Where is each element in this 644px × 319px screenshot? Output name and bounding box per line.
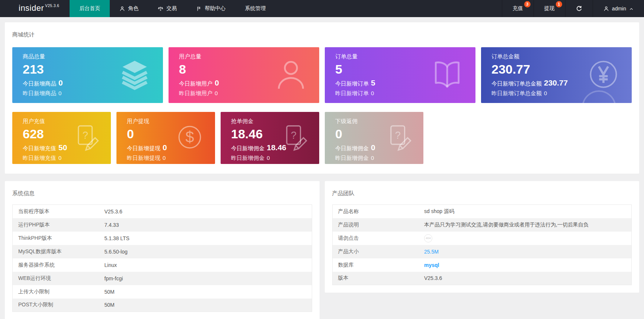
product-team-title: 产品团队 xyxy=(332,190,632,197)
svg-text:?: ? xyxy=(395,129,401,141)
table-row: 请勿点击 404 xyxy=(332,232,632,245)
user-name: admin xyxy=(612,6,626,12)
table-row: 当前程序版本V25.3.6 xyxy=(13,205,312,218)
table-row: 上传大小限制50M xyxy=(13,285,312,299)
app-logo[interactable]: insider V25.3.6 xyxy=(0,0,70,17)
svg-text:?: ? xyxy=(83,129,88,141)
svg-text:$: $ xyxy=(185,128,194,146)
doc-question-icon: ? xyxy=(71,122,100,154)
nav-item-home[interactable]: 后台首页 xyxy=(70,0,110,17)
stat-card-users: 用户总量 8 今日新增用户0 昨日新增用户0 xyxy=(169,47,319,103)
table-row: 产品名称 sd shop 源码 xyxy=(332,205,632,218)
do-not-click-badge[interactable]: 404 xyxy=(424,234,432,242)
nav-item-help[interactable]: 帮助中心 xyxy=(186,0,235,17)
system-info-title: 系统信息 xyxy=(12,190,312,197)
stats-title: 商城统计 xyxy=(12,31,632,38)
table-row: 版本 V25.3.6 xyxy=(332,272,632,285)
refresh-button[interactable] xyxy=(565,0,593,17)
person-icon xyxy=(119,6,125,12)
top-navbar: insider V25.3.6 后台首页 角色 交易 xyxy=(0,0,644,17)
user-icon xyxy=(603,6,609,12)
nav-item-system[interactable]: 系统管理 xyxy=(235,0,275,17)
database-link[interactable]: mysql xyxy=(424,262,439,268)
product-size-link[interactable]: 25.5M xyxy=(424,249,439,255)
withdraw-badge: 1 xyxy=(556,1,562,7)
flag-icon xyxy=(196,6,202,12)
table-row: 服务器操作系统Linux xyxy=(13,258,312,272)
stat-card-user-withdraw: 用户提现 0 今日新增提现0 昨日新增提现0 $ xyxy=(116,112,215,164)
dollar-circle-icon: $ xyxy=(175,122,205,154)
main-menu: 后台首页 角色 交易 帮 xyxy=(70,0,275,17)
yen-circle-icon xyxy=(586,57,621,94)
refresh-icon xyxy=(576,6,582,12)
doc-question-icon: ? xyxy=(383,122,413,154)
stat-card-sub-rebate: 下级返佣 0 今日新增佣金0 昨日新增佣金0 ? xyxy=(325,112,423,164)
table-row: MySQL数据库版本5.6.50-log xyxy=(13,245,312,258)
layers-icon xyxy=(117,57,153,94)
withdraw-button[interactable]: 提现 1 xyxy=(534,0,565,17)
book-icon xyxy=(429,57,465,94)
scales-icon xyxy=(158,6,163,12)
stat-card-grab-commission: 抢单佣金 18.46 今日新增佣金18.46 昨日新增佣金0 ? xyxy=(221,112,319,164)
navbar-right: 充值 3 提现 1 admin xyxy=(502,0,644,17)
stat-card-orders: 订单总量 5 今日新增订单5 昨日新增订单0 xyxy=(325,47,475,103)
system-info-table: 当前程序版本V25.3.6 运行PHP版本7.4.33 ThinkPHP版本5.… xyxy=(12,204,312,312)
svg-text:?: ? xyxy=(291,129,297,141)
nav-item-trade[interactable]: 交易 xyxy=(148,0,186,17)
system-info-panel: 系统信息 当前程序版本V25.3.6 运行PHP版本7.4.33 ThinkPH… xyxy=(5,181,320,319)
stat-card-user-recharge: 用户充值 628 今日新增充值50 昨日新增充值0 ? xyxy=(12,112,111,164)
table-row: 运行PHP版本7.4.33 xyxy=(13,218,312,232)
product-team-panel: 产品团队 产品名称 sd shop 源码 产品说明 本产品只为学习测试交流,请勿… xyxy=(325,181,640,293)
app-version: V25.3.6 xyxy=(45,4,59,8)
mall-statistics-panel: 商城统计 商品总量 213 今日新增商品0 昨日新增商品0 用户总量 8 今日新… xyxy=(5,22,639,174)
user-icon xyxy=(273,57,309,94)
chevron-up-icon xyxy=(629,6,634,11)
bottom-section: 系统信息 当前程序版本V25.3.6 运行PHP版本7.4.33 ThinkPH… xyxy=(5,181,639,319)
table-row: POST大小限制50M xyxy=(13,299,312,312)
table-row: 数据库 mysql xyxy=(332,258,632,272)
table-row: ThinkPHP版本5.1.38 LTS xyxy=(13,232,312,245)
stat-card-order-amount: 订单总金额 230.77 今日新增订单总金额230.77 昨日新增订单总金额0 xyxy=(481,47,632,103)
table-row: WEB运行环境fpm-fcgi xyxy=(13,272,312,285)
nav-item-role[interactable]: 角色 xyxy=(110,0,148,17)
product-team-table: 产品名称 sd shop 源码 产品说明 本产品只为学习测试交流,请勿要做商业或… xyxy=(332,204,632,285)
stats-row-2: 用户充值 628 今日新增充值50 昨日新增充值0 ? 用户提现 0 今日新增提… xyxy=(12,112,632,164)
recharge-badge: 3 xyxy=(524,1,531,7)
doc-question-icon: ? xyxy=(279,122,309,154)
stats-row-1: 商品总量 213 今日新增商品0 昨日新增商品0 用户总量 8 今日新增用户0 … xyxy=(12,47,632,103)
table-row: 产品大小 25.5M xyxy=(332,245,632,258)
table-row: 产品说明 本产品只为学习测试交流,请勿要做商业或者用于违法行为,一切后果自负 xyxy=(332,218,632,232)
recharge-button[interactable]: 充值 3 xyxy=(502,0,534,17)
stat-card-products: 商品总量 213 今日新增商品0 昨日新增商品0 xyxy=(12,47,163,103)
user-menu[interactable]: admin xyxy=(593,0,644,17)
app-name: insider xyxy=(19,3,44,13)
